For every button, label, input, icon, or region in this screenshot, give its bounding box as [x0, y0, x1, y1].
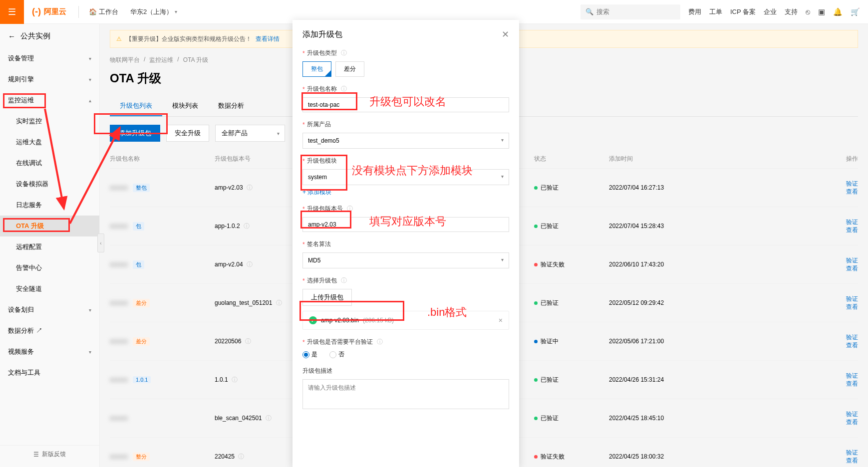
type-diff-button[interactable]: 差分 — [335, 61, 364, 77]
op-verify[interactable]: 验证 — [719, 410, 858, 418]
op-view[interactable]: 查看 — [719, 341, 858, 349]
help-icon[interactable]: ⓘ — [377, 338, 383, 346]
package-name-blurred: xxxxxx — [110, 376, 128, 383]
help-icon[interactable]: ⓘ — [276, 299, 282, 306]
sidebar-ota[interactable]: OTA 升级 — [0, 216, 99, 236]
brand-logo[interactable]: (-) 阿里云 — [32, 6, 66, 17]
nav-cost[interactable]: 费用 — [688, 7, 701, 16]
help-icon[interactable]: ⓘ — [347, 205, 353, 213]
search-input-wrapper[interactable]: 🔍 — [580, 4, 680, 19]
crumb-ops[interactable]: 监控运维 — [149, 56, 173, 64]
package-time: 2022/04/25 18:00:32 — [609, 453, 719, 460]
op-view[interactable]: 查看 — [719, 418, 858, 426]
op-view[interactable]: 查看 — [719, 264, 858, 272]
help-icon[interactable]: ⓘ — [245, 338, 251, 345]
op-verify[interactable]: 验证 — [719, 256, 858, 264]
sidebar-remote-config[interactable]: 远程配置 — [0, 236, 99, 257]
sidebar-rule-engine[interactable]: 规则引擎▾ — [0, 69, 99, 90]
remove-file-icon[interactable]: × — [499, 316, 503, 324]
sidebar-data-analysis[interactable]: 数据分析 ↗ — [0, 320, 99, 341]
nav-enterprise[interactable]: 企业 — [764, 7, 777, 16]
help-icon[interactable]: ⓘ — [341, 85, 347, 93]
home-link[interactable]: 🏠 工作台 — [83, 7, 124, 16]
cloudshell-icon[interactable]: ▣ — [818, 7, 825, 16]
op-view[interactable]: 查看 — [719, 188, 858, 196]
help-icon[interactable]: ⓘ — [266, 415, 272, 422]
op-verify[interactable]: 验证 — [719, 218, 858, 226]
sidebar-simulator[interactable]: 设备模拟器 — [0, 174, 99, 195]
crumb-iot[interactable]: 物联网平台 — [110, 56, 140, 64]
product-select[interactable]: test_demo5 — [302, 133, 509, 149]
package-badge: 包 — [133, 222, 144, 231]
package-name-blurred: xxxxxx — [110, 223, 128, 230]
bell-icon[interactable]: 🔔 — [833, 7, 843, 16]
sidebar-debug[interactable]: 在线调试 — [0, 153, 99, 174]
package-time: 2022/04/26 15:31:24 — [609, 376, 719, 383]
app-icon[interactable]: ⎋ — [806, 7, 810, 16]
field-upload: *选择升级包ⓘ 上传升级包 ✓ amp-v2.03.bin (286.15 kB… — [302, 276, 509, 330]
chevron-down-icon: ▾ — [89, 77, 91, 82]
nav-ticket[interactable]: 工单 — [709, 7, 722, 16]
col-name: 升级包名称 — [110, 155, 215, 163]
sidebar-realtime[interactable]: 实时监控 — [0, 111, 99, 132]
sidebar-alarm[interactable]: 告警中心 — [0, 257, 99, 278]
sidebar-video[interactable]: 视频服务▾ — [0, 341, 99, 362]
sidebar-monitor-ops[interactable]: 监控运维▴ — [0, 90, 99, 111]
verify-no-radio[interactable]: 否 — [329, 350, 344, 359]
status-text: 验证失败 — [541, 453, 565, 461]
desc-textarea[interactable] — [302, 379, 509, 409]
help-icon[interactable]: ⓘ — [232, 376, 238, 383]
op-verify[interactable]: 验证 — [719, 372, 858, 380]
op-verify[interactable]: 验证 — [719, 449, 858, 457]
sidebar-logs[interactable]: 日志服务 — [0, 195, 99, 216]
op-view[interactable]: 查看 — [719, 380, 858, 388]
chevron-down-icon: ▾ — [89, 349, 91, 355]
add-package-button[interactable]: 添加升级包 — [110, 125, 160, 142]
sidebar-device-assign[interactable]: 设备划归▾ — [0, 299, 99, 320]
field-desc: 升级包描述 — [302, 367, 509, 411]
field-product: *所属产品 test_demo5 — [302, 120, 509, 149]
sidebar-tunnel[interactable]: 安全隧道 — [0, 278, 99, 299]
status-text: 已验证 — [541, 184, 559, 192]
feedback-link[interactable]: ☰ 新版反馈 — [0, 445, 99, 463]
op-verify[interactable]: 验证 — [719, 180, 858, 188]
alert-link[interactable]: 查看详情 — [256, 35, 280, 43]
tab-packages[interactable]: 升级包列表 — [110, 96, 162, 116]
help-icon[interactable]: ⓘ — [341, 276, 347, 285]
back-row[interactable]: ← 公共实例 — [0, 24, 99, 48]
op-verify[interactable]: 验证 — [719, 333, 858, 341]
help-icon[interactable]: ⓘ — [247, 184, 253, 191]
nav-icp[interactable]: ICP 备案 — [730, 7, 756, 16]
tab-modules[interactable]: 模块列表 — [162, 96, 208, 116]
safe-upgrade-button[interactable]: 安全升级 — [166, 125, 209, 142]
help-icon[interactable]: ⓘ — [247, 261, 253, 268]
op-view[interactable]: 查看 — [719, 226, 858, 234]
op-view[interactable]: 查看 — [719, 303, 858, 311]
field-sign: *签名算法 MD5 — [302, 240, 509, 268]
sidebar: ← 公共实例 设备管理▾ 规则引擎▾ 监控运维▴ 实时监控 运维大盘 在线调试 … — [0, 24, 100, 467]
sidebar-device-mgmt[interactable]: 设备管理▾ — [0, 48, 99, 69]
nav-support[interactable]: 支持 — [785, 7, 798, 16]
help-icon[interactable]: ⓘ — [238, 453, 244, 460]
help-icon[interactable]: ⓘ — [244, 223, 250, 230]
op-view[interactable]: 查看 — [719, 457, 858, 465]
product-filter-select[interactable]: 全部产品 — [215, 125, 285, 142]
op-verify[interactable]: 验证 — [719, 295, 858, 303]
add-module-link[interactable]: + 添加模块 — [302, 188, 331, 197]
region-selector[interactable]: 华东2（上海） ▾ — [124, 7, 183, 16]
sidebar-dashboard[interactable]: 运维大盘 — [0, 132, 99, 153]
type-full-button[interactable]: 整包 — [302, 61, 331, 77]
sign-select[interactable]: MD5 — [302, 252, 509, 268]
search-input[interactable] — [596, 8, 675, 15]
status-text: 已验证 — [541, 299, 559, 307]
workbench-label: 工作台 — [99, 7, 118, 16]
tab-analysis[interactable]: 数据分析 — [208, 96, 254, 116]
cart-icon[interactable]: 🛒 — [851, 7, 860, 16]
help-icon[interactable]: ⓘ — [341, 49, 347, 57]
close-icon[interactable]: ✕ — [502, 29, 509, 40]
status-text: 验证失败 — [541, 260, 565, 269]
sidebar-docs[interactable]: 文档与工具 — [0, 362, 99, 383]
verify-yes-radio[interactable]: 是 — [302, 350, 317, 359]
upload-button[interactable]: 上传升级包 — [302, 289, 352, 306]
hamburger-icon[interactable]: ☰ — [0, 0, 24, 24]
